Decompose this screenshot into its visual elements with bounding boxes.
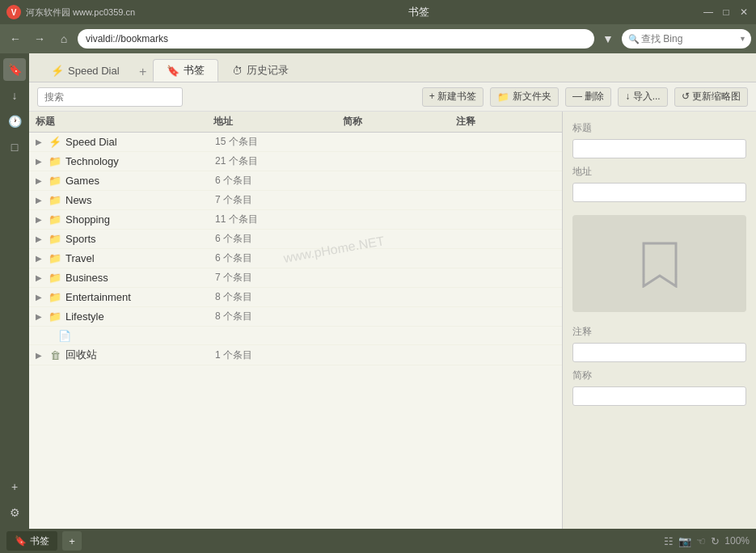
- speed-dial-icon: ⚡: [51, 65, 64, 77]
- table-row[interactable]: ▶ 📁 News 7 个条目: [29, 191, 562, 210]
- row-url: 6 个条目: [215, 232, 344, 246]
- nav-bar: ← → ⌂ ▼ 🔍 ▼: [0, 24, 756, 53]
- watermark-text: 河东软件园 www.pc0359.cn: [26, 6, 135, 19]
- import-button[interactable]: ↓ 导入...: [618, 87, 667, 107]
- sidebar-icon-add[interactable]: +: [3, 475, 26, 498]
- expand-icon[interactable]: ▶: [36, 196, 47, 205]
- folder-icon: 📁: [49, 252, 61, 265]
- bottom-zoom-level: 100%: [724, 535, 750, 547]
- minimize-button[interactable]: —: [703, 6, 714, 18]
- table-row[interactable]: ▶ 📁 Sports 6 个条目: [29, 230, 562, 249]
- tab-speed-dial[interactable]: ⚡ Speed Dial: [37, 59, 133, 82]
- speed-dial-label: Speed Dial: [68, 65, 120, 77]
- bottom-icon-shield[interactable]: ☜: [696, 535, 706, 547]
- sidebar-icon-notes[interactable]: □: [3, 136, 26, 158]
- note-field: 注释: [572, 325, 746, 362]
- table-row[interactable]: ▶ 📁 Shopping 11 个条目: [29, 210, 562, 230]
- bottom-icon-sync[interactable]: ↻: [711, 535, 720, 547]
- row-title: Technology: [65, 155, 215, 167]
- table-row[interactable]: ▶ 📄: [29, 327, 562, 345]
- row-title: Games: [65, 175, 215, 187]
- expand-icon[interactable]: ▶: [36, 273, 47, 282]
- folder-icon: 📁: [49, 291, 61, 304]
- row-title: Business: [65, 272, 215, 284]
- forward-button[interactable]: →: [29, 28, 50, 49]
- row-url: 6 个条目: [215, 251, 344, 265]
- table-row[interactable]: ▶ 🗑 回收站 1 个条目: [29, 345, 562, 365]
- row-title: News: [65, 194, 215, 206]
- table-row[interactable]: ▶ ⚡ Speed Dial 15 个条目: [29, 133, 562, 152]
- bookmarks-toolbar: + 新建书签 📁 新文件夹 — 删除 ↓ 导入... ↺ 更新缩略图: [29, 82, 756, 112]
- note-input[interactable]: [572, 343, 746, 362]
- row-url: 11 个条目: [215, 213, 344, 226]
- sidebar-icon-downloads[interactable]: ↓: [3, 84, 26, 107]
- new-bookmark-button[interactable]: + 新建书签: [422, 87, 484, 107]
- row-title: Travel: [65, 252, 215, 264]
- bottom-icons: ☷ 📷 ☜ ↻ 100%: [664, 535, 750, 547]
- expand-icon[interactable]: ▶: [36, 157, 47, 166]
- expand-icon[interactable]: ▶: [36, 215, 47, 224]
- url-input-panel[interactable]: [572, 183, 746, 202]
- tab-add-button[interactable]: +: [133, 62, 153, 82]
- expand-icon[interactable]: ▶: [36, 351, 47, 360]
- table-row[interactable]: ▶ 📁 Lifestyle 8 个条目: [29, 307, 562, 327]
- expand-icon[interactable]: ▶: [36, 137, 47, 146]
- search-dropdown-arrow[interactable]: ▼: [739, 35, 746, 43]
- bottom-tab-icon: 🔖: [15, 535, 27, 547]
- back-button[interactable]: ←: [5, 28, 26, 49]
- url-dropdown-arrow[interactable]: ▼: [598, 28, 619, 49]
- table-row[interactable]: ▶ 📁 Business 7 个条目: [29, 268, 562, 288]
- bottom-tab-bookmarks[interactable]: 🔖 书签: [6, 531, 57, 551]
- folder-icon: 📁: [49, 233, 61, 246]
- bookmarks-list: 标题 地址 简称 注释 ▶ ⚡ Speed Dial 15 个条目 ▶ 📁: [29, 112, 562, 529]
- window-title: 书签: [135, 5, 703, 19]
- row-title: Shopping: [65, 213, 215, 226]
- short-input[interactable]: [572, 386, 746, 406]
- note-label: 注释: [572, 325, 746, 339]
- row-title: Speed Dial: [65, 136, 215, 148]
- search-input[interactable]: [622, 29, 751, 49]
- expand-icon[interactable]: ▶: [36, 293, 47, 302]
- maximize-button[interactable]: □: [720, 6, 732, 18]
- expand-icon[interactable]: ▶: [36, 254, 47, 263]
- url-label: 地址: [572, 165, 746, 179]
- short-field: 简称: [572, 369, 746, 406]
- row-url: 8 个条目: [215, 310, 344, 323]
- sidebar: 🔖 ↓ 🕐 □ + ⚙: [0, 53, 29, 529]
- tab-bar: ⚡ Speed Dial + 🔖 书签 ⏱ 历史记录: [29, 53, 756, 82]
- table-row[interactable]: ▶ 📁 Technology 21 个条目: [29, 152, 562, 171]
- bottom-icon-grid[interactable]: ☷: [664, 535, 674, 547]
- folder-icon: 📁: [49, 310, 61, 323]
- row-title: Lifestyle: [65, 310, 215, 323]
- bookmark-search-input[interactable]: [37, 87, 183, 107]
- close-button[interactable]: ✕: [738, 6, 750, 18]
- url-input[interactable]: [78, 29, 594, 49]
- row-url: 21 个条目: [215, 154, 344, 168]
- delete-button[interactable]: — 删除: [565, 87, 611, 107]
- home-button[interactable]: ⌂: [53, 28, 74, 49]
- update-thumbnail-button[interactable]: ↺ 更新缩略图: [674, 87, 748, 107]
- title-input[interactable]: [572, 139, 746, 158]
- table-row[interactable]: ▶ 📁 Entertainment 8 个条目: [29, 288, 562, 307]
- bottom-icon-camera[interactable]: 📷: [678, 535, 691, 547]
- folder-icon: 📁: [49, 155, 61, 168]
- vivaldi-logo: V: [6, 5, 21, 19]
- expand-icon[interactable]: ▶: [36, 234, 47, 243]
- sidebar-icon-history[interactable]: 🕐: [3, 110, 26, 133]
- expand-icon[interactable]: ▶: [36, 312, 47, 321]
- col-url-header: 地址: [213, 115, 343, 129]
- expand-icon[interactable]: ▶: [36, 176, 47, 185]
- tab-history[interactable]: ⏱ 历史记录: [218, 59, 302, 82]
- sidebar-icon-settings[interactable]: ⚙: [3, 501, 26, 524]
- table-row[interactable]: ▶ 📁 Travel 6 个条目: [29, 249, 562, 268]
- sidebar-icon-bookmarks[interactable]: 🔖: [3, 58, 26, 81]
- bottom-add-button[interactable]: +: [62, 531, 82, 551]
- row-url: 8 个条目: [215, 290, 344, 304]
- url-field: 地址: [572, 165, 746, 202]
- folder-icon: 📁: [49, 272, 61, 285]
- new-folder-button[interactable]: 📁 新文件夹: [490, 87, 559, 107]
- row-url: 15 个条目: [215, 135, 344, 149]
- tab-bookmarks[interactable]: 🔖 书签: [153, 59, 218, 82]
- new-folder-label: 新文件夹: [513, 90, 551, 103]
- table-row[interactable]: ▶ 📁 Games 6 个条目: [29, 171, 562, 191]
